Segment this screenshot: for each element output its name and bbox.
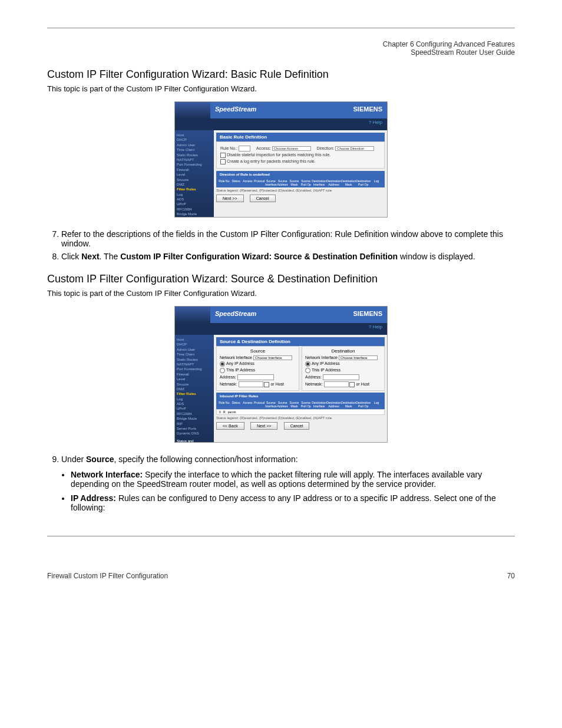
sidebar-item-host[interactable]: Host — [177, 133, 212, 137]
sidebar-item-port-forwarding[interactable]: Port Forwarding — [177, 162, 212, 167]
sidebar2-status-and[interactable]: Status and — [177, 439, 212, 443]
source-heading: Source — [220, 348, 296, 354]
dst-address-label: Address: — [305, 375, 322, 379]
cancel-button-2[interactable]: Cancel — [284, 422, 310, 430]
section2-title: Custom IP Filter Configuration Wizard: S… — [47, 273, 515, 285]
sidebar2-item-host[interactable]: Host — [177, 337, 212, 342]
src-orhost-label: or Host — [270, 382, 284, 386]
sidebar2-item-dmz[interactable]: DMZ — [177, 387, 212, 391]
sidebar2-item-time-client[interactable]: Time Client — [177, 352, 212, 357]
help-link-2[interactable]: Help — [373, 324, 382, 330]
sidebar2-item-nat[interactable]: NAT/NAPT — [177, 362, 212, 367]
next-button[interactable]: Next >> — [216, 195, 244, 202]
sidebar2-item-static-routes[interactable]: Static Routes — [177, 357, 212, 362]
section1-subtitle: This topic is part of the Custom IP Filt… — [47, 84, 515, 93]
siemens-label-2: SIEMENS — [335, 307, 387, 323]
table-row: 0 R permit — [216, 409, 385, 415]
screenshot-source-dest: SpeedStream SIEMENS ? Help Host DHCP Adm… — [174, 306, 388, 443]
sidebar2-item-port-forwarding[interactable]: Port Forwarding — [177, 367, 212, 371]
src-this-ip-label: This IP Address — [226, 368, 255, 372]
rule-table-header: Rule No.StatusAccessProtocolSource Inter… — [216, 178, 385, 187]
next-button-2[interactable]: Next >> — [250, 422, 278, 430]
sidebar2-item-rip[interactable]: RIP — [177, 421, 212, 426]
create-log-checkbox[interactable] — [220, 159, 226, 164]
sidebar2-item-admin-user[interactable]: Admin User — [177, 347, 212, 352]
router-image — [175, 102, 210, 118]
bullet-network-interface: Network Interface: Specify the interface… — [71, 470, 515, 489]
rule-no-input[interactable] — [239, 146, 250, 151]
sidebar-item-snooze[interactable]: Snooze — [177, 177, 212, 182]
brand-label-2: SpeedStream — [210, 307, 335, 323]
screenshot-basic-rule: SpeedStream SIEMENS ? Help Host DHCP Adm… — [174, 101, 388, 218]
src-orhost-checkbox[interactable] — [264, 382, 269, 387]
direction-select[interactable]: Choose Direction — [335, 146, 374, 151]
help-link[interactable]: Help — [373, 120, 382, 125]
router-image-2 — [175, 307, 210, 323]
sidebar2-item-bridge-mode[interactable]: Bridge Mode — [177, 416, 212, 421]
header-chapter: Chapter 6 Configuring Advanced Features — [383, 40, 515, 48]
dst-ni-label: Network Interface — [305, 355, 338, 360]
step-7: Refer to the descriptions of the fields … — [61, 229, 515, 248]
dst-any-ip-radio[interactable] — [305, 361, 310, 367]
sidebar2-item-level[interactable]: Level — [177, 377, 212, 381]
sidebar2-item-dynamic-dns[interactable]: Dynamic DNS — [177, 431, 212, 436]
sidebar-item-nat[interactable]: NAT/NAPT — [177, 157, 212, 162]
disable-stateful-checkbox[interactable] — [220, 153, 226, 158]
sidebar2-item-ads[interactable]: ADS — [177, 401, 212, 406]
sidebar2-item-filter-rules[interactable]: Filter Rules — [177, 391, 212, 396]
dst-netmask-input[interactable] — [324, 381, 349, 387]
dst-address-input[interactable] — [323, 374, 359, 380]
sidebar2-item-snooze[interactable]: Snooze — [177, 382, 212, 387]
sidebar2-item-dhcp[interactable]: DHCP — [177, 342, 212, 347]
dst-orhost-checkbox[interactable] — [349, 382, 355, 387]
sidebar2-item-rfc2684[interactable]: RFC2684 — [177, 411, 212, 416]
back-button[interactable]: << Back — [216, 422, 244, 430]
sidebar-item-log[interactable]: Log — [177, 192, 212, 197]
sidebar-item-rfc2684[interactable]: RFC2684 — [177, 207, 212, 212]
sidebar-item-upnp[interactable]: UPnP — [177, 202, 212, 206]
help-icon[interactable]: ? — [369, 120, 371, 125]
dest-heading: Destination — [305, 348, 381, 354]
src-any-ip-radio[interactable] — [220, 361, 225, 367]
src-this-ip-radio[interactable] — [220, 368, 225, 373]
sidebar2-item-server-ports[interactable]: Server Ports — [177, 426, 212, 431]
sidebar2-item-firewall[interactable]: Firewall — [177, 372, 212, 377]
sidebar-item-dmz[interactable]: DMZ — [177, 182, 212, 187]
sidebar2-item-log[interactable]: Log — [177, 397, 212, 401]
brand-label: SpeedStream — [210, 102, 335, 118]
direction-label: Direction: — [317, 146, 335, 150]
step-9: Under Source, specify the following conn… — [61, 454, 515, 464]
panel-title: Basic Rule Definition — [216, 133, 385, 141]
help-icon-2[interactable]: ? — [369, 324, 371, 330]
sidebar-2: Host DHCP Admin User Time Client Static … — [175, 335, 214, 443]
sidebar-item-admin-user[interactable]: Admin User — [177, 143, 212, 147]
sidebar-item-static-routes[interactable]: Static Routes — [177, 153, 212, 157]
dst-netmask-label: Netmask: — [305, 382, 323, 386]
dst-any-ip-label: Any IP Address — [312, 361, 340, 365]
cancel-button[interactable]: Cancel — [250, 195, 276, 202]
dst-ni-select[interactable]: Choose Interface — [339, 355, 378, 360]
sidebar2-item-upnp[interactable]: UPnP — [177, 406, 212, 411]
sidebar-item-bridge-mode[interactable]: Bridge Mode — [177, 212, 212, 216]
sidebar-item-dhcp[interactable]: DHCP — [177, 137, 212, 142]
sidebar-item-rip[interactable]: RIP — [177, 217, 212, 218]
rule-table-header-2: Rule No.StatusAccessProtocolSource Inter… — [216, 400, 385, 409]
access-label: Access: — [256, 146, 271, 150]
panel-title-2: Source & Destination Definition — [216, 337, 385, 346]
sidebar-item-ads[interactable]: ADS — [177, 197, 212, 202]
sidebar-item-firewall[interactable]: Firewall — [177, 167, 212, 172]
src-netmask-input[interactable] — [239, 381, 263, 387]
dst-this-ip-radio[interactable] — [305, 368, 310, 373]
sidebar-item-filter-rules[interactable]: Filter Rules — [177, 187, 212, 192]
dst-this-ip-label: This IP Address — [312, 368, 340, 372]
numbered-steps-1: Refer to the descriptions of the fields … — [47, 229, 515, 261]
status-legend: Status legend: (R)eserved, (P)rotected (… — [216, 189, 385, 192]
sidebar-item-level[interactable]: Level — [177, 172, 212, 177]
siemens-label: SIEMENS — [335, 102, 387, 118]
step-8: Click Next. The Custom IP Filter Configu… — [61, 252, 515, 261]
access-select[interactable]: Choose Access — [272, 146, 311, 151]
src-ni-select[interactable]: Choose Interface — [253, 355, 292, 360]
sidebar-item-time-client[interactable]: Time Client — [177, 147, 212, 152]
src-address-input[interactable] — [237, 374, 274, 380]
numbered-steps-2: Under Source, specify the following conn… — [47, 454, 515, 464]
